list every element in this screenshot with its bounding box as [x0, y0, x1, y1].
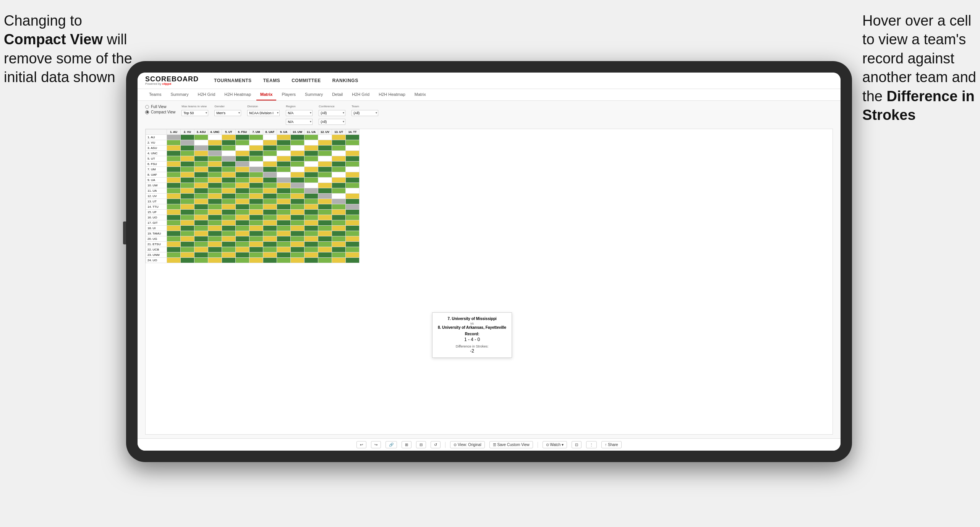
matrix-cell[interactable] [332, 226, 346, 231]
matrix-cell[interactable] [305, 242, 318, 247]
matrix-cell[interactable] [277, 236, 291, 242]
matrix-cell[interactable] [291, 145, 305, 151]
matrix-cell[interactable] [249, 178, 263, 183]
toolbar-refresh[interactable]: ↺ [431, 441, 441, 448]
matrix-cell[interactable] [332, 167, 346, 172]
matrix-cell[interactable] [263, 156, 277, 162]
matrix-cell[interactable] [208, 178, 222, 183]
matrix-cell[interactable] [249, 226, 263, 231]
matrix-cell[interactable] [318, 252, 332, 258]
matrix-cell[interactable] [208, 226, 222, 231]
matrix-cell[interactable] [208, 258, 222, 263]
matrix-cell[interactable] [318, 236, 332, 242]
matrix-cell[interactable] [305, 178, 318, 183]
matrix-cell[interactable] [167, 252, 181, 258]
matrix-cell[interactable] [291, 247, 305, 252]
matrix-cell[interactable] [181, 204, 194, 210]
matrix-cell[interactable] [194, 135, 208, 140]
matrix-cell[interactable] [263, 226, 277, 231]
filter-max-teams-select[interactable]: Top 50 [181, 110, 208, 116]
matrix-cell[interactable] [222, 151, 236, 156]
matrix-cell[interactable] [332, 172, 346, 178]
matrix-cell[interactable] [263, 242, 277, 247]
matrix-cell[interactable] [167, 220, 181, 226]
matrix-cell[interactable] [332, 199, 346, 204]
matrix-cell[interactable] [167, 204, 181, 210]
matrix-cell[interactable] [208, 215, 222, 220]
matrix-cell[interactable] [167, 215, 181, 220]
matrix-cell[interactable] [346, 151, 360, 156]
matrix-cell[interactable] [305, 258, 318, 263]
matrix-cell[interactable] [181, 167, 194, 172]
toolbar-save-custom[interactable]: ☰ Save Custom View [489, 441, 533, 448]
matrix-cell[interactable] [305, 215, 318, 220]
nav-item-teams[interactable]: TEAMS [263, 76, 280, 85]
matrix-cell[interactable] [346, 156, 360, 162]
matrix-cell[interactable] [305, 135, 318, 140]
matrix-cell[interactable] [236, 252, 249, 258]
matrix-cell[interactable] [346, 145, 360, 151]
matrix-cell[interactable] [277, 258, 291, 263]
radio-circle-compact[interactable] [145, 110, 149, 114]
matrix-cell[interactable] [263, 199, 277, 204]
matrix-cell[interactable] [346, 183, 360, 188]
matrix-cell[interactable] [194, 194, 208, 199]
matrix-cell[interactable] [222, 204, 236, 210]
matrix-cell[interactable] [305, 226, 318, 231]
matrix-cell[interactable] [346, 135, 360, 140]
matrix-cell[interactable] [332, 156, 346, 162]
matrix-cell[interactable] [236, 162, 249, 167]
matrix-cell[interactable] [291, 226, 305, 231]
matrix-cell[interactable] [277, 145, 291, 151]
matrix-cell[interactable] [346, 162, 360, 167]
matrix-cell[interactable] [249, 140, 263, 145]
matrix-cell[interactable] [291, 204, 305, 210]
matrix-cell[interactable] [277, 220, 291, 226]
matrix-cell[interactable] [346, 252, 360, 258]
filter-region-select[interactable]: N/A [286, 110, 313, 116]
matrix-cell[interactable] [208, 145, 222, 151]
matrix-cell[interactable] [222, 178, 236, 183]
matrix-cell[interactable] [305, 194, 318, 199]
matrix-cell[interactable] [332, 135, 346, 140]
matrix-cell[interactable] [208, 183, 222, 188]
matrix-cell[interactable] [346, 242, 360, 247]
matrix-cell[interactable] [318, 199, 332, 204]
matrix-cell[interactable] [208, 204, 222, 210]
matrix-cell[interactable] [263, 140, 277, 145]
matrix-cell[interactable] [181, 252, 194, 258]
matrix-cell[interactable] [181, 162, 194, 167]
matrix-cell[interactable] [167, 199, 181, 204]
toolbar-watch[interactable]: ⊙ Watch ▾ [543, 441, 567, 448]
matrix-cell[interactable] [291, 188, 305, 194]
matrix-cell[interactable] [305, 145, 318, 151]
matrix-cell[interactable] [236, 188, 249, 194]
matrix-cell[interactable] [249, 210, 263, 215]
matrix-cell[interactable] [305, 204, 318, 210]
matrix-cell[interactable] [332, 258, 346, 263]
matrix-cell[interactable] [222, 247, 236, 252]
matrix-cell[interactable] [291, 183, 305, 188]
radio-full-view[interactable]: Full View [145, 105, 175, 109]
matrix-cell[interactable] [291, 252, 305, 258]
matrix-cell[interactable] [263, 167, 277, 172]
matrix-cell[interactable] [332, 204, 346, 210]
matrix-cell[interactable] [194, 252, 208, 258]
matrix-cell[interactable] [332, 194, 346, 199]
matrix-cell[interactable] [194, 178, 208, 183]
matrix-cell[interactable] [277, 247, 291, 252]
matrix-cell[interactable] [332, 210, 346, 215]
matrix-cell[interactable] [305, 156, 318, 162]
matrix-cell[interactable] [167, 236, 181, 242]
matrix-cell[interactable] [208, 151, 222, 156]
matrix-cell[interactable] [167, 188, 181, 194]
matrix-cell[interactable] [208, 236, 222, 242]
matrix-cell[interactable] [277, 204, 291, 210]
matrix-cell[interactable] [194, 204, 208, 210]
matrix-cell[interactable] [222, 226, 236, 231]
toolbar-grid[interactable]: ⊡ [572, 441, 582, 448]
matrix-cell[interactable] [236, 172, 249, 178]
radio-compact-view[interactable]: Compact View [145, 110, 175, 114]
matrix-cell[interactable] [263, 210, 277, 215]
matrix-cell[interactable] [208, 167, 222, 172]
